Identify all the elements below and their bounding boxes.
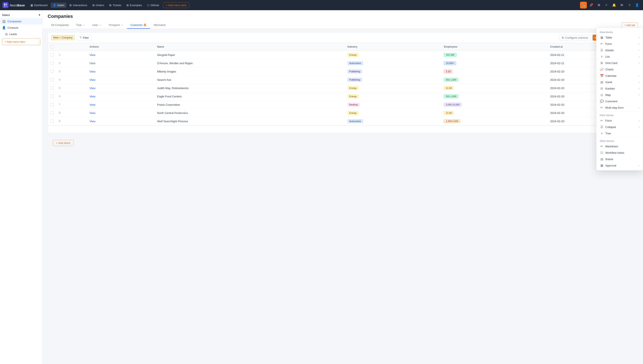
table-header: Actions Name Industry Employees Created …: [48, 43, 638, 51]
dropdown-item-workflow-todos[interactable]: ☑ Workflow todos: [596, 150, 643, 156]
row-employees: 5,000-10,000: [441, 100, 548, 109]
row-checkbox[interactable]: [51, 86, 54, 90]
view-link[interactable]: View: [89, 70, 95, 73]
row-checkbox[interactable]: [51, 70, 54, 73]
row-action[interactable]: View: [87, 76, 154, 84]
row-checkbox[interactable]: [51, 94, 54, 98]
row-action[interactable]: View: [87, 84, 154, 92]
dropdown-item-form[interactable]: ✏ Form ›: [596, 40, 643, 47]
filter-button[interactable]: ⊤ Filter: [77, 35, 92, 40]
nav-users[interactable]: 👤 Users: [51, 2, 67, 8]
nav-interactions[interactable]: ⊞ Interactions: [67, 2, 89, 8]
row-action[interactable]: View: [87, 117, 154, 126]
sidebar-users-group[interactable]: Users ▾: [0, 12, 42, 18]
help-icon-btn[interactable]: ?: [626, 2, 633, 8]
dropdown-item-charts[interactable]: 📈 Charts: [596, 66, 643, 72]
configure-columns-button[interactable]: ⚙ Configure columns: [559, 35, 591, 40]
dropdown-item-multi-step-form[interactable]: ✏ Multi-step form ›: [596, 104, 643, 111]
sidebar-add-menu-button[interactable]: + Add menu item: [2, 38, 40, 45]
mail-icon-btn[interactable]: ✉: [618, 2, 625, 8]
row-action[interactable]: View: [87, 109, 154, 117]
map-chevron-icon: ›: [638, 93, 639, 96]
dropdown-item-approval[interactable]: ▦ Approval ›: [596, 162, 643, 168]
nav-dashboard[interactable]: ▦ Dashboard: [28, 2, 50, 8]
row-checkbox[interactable]: [51, 62, 54, 65]
topnav-add-menu-button[interactable]: + Add menu item: [163, 2, 189, 8]
dropdown-item-table[interactable]: ▦ Table ›: [596, 34, 643, 40]
row-checkbox[interactable]: [51, 120, 54, 123]
settings-icon-btn[interactable]: ⚙: [595, 2, 602, 8]
svg-rect-3: [6, 5, 7, 6]
select-all-checkbox[interactable]: [51, 45, 54, 48]
tickets-icon: ⊞: [109, 4, 112, 7]
nav-github[interactable]: ⬡ GitHub: [145, 2, 161, 8]
add-block-area: + Add block: [48, 136, 638, 150]
plugin-icon-btn[interactable]: 🔧: [580, 2, 587, 8]
view-link[interactable]: View: [89, 62, 95, 65]
row-checkbox[interactable]: [51, 103, 54, 106]
row-action[interactable]: View: [87, 51, 154, 59]
dropdown-item-calendar[interactable]: 📅 Calendar ›: [596, 72, 643, 79]
user-avatar-btn[interactable]: 👤: [634, 2, 640, 8]
check-icon-btn[interactable]: ✓: [603, 2, 610, 8]
row-name: Eagle Food Centers: [155, 92, 345, 100]
dropdown-item-kanban[interactable]: ⊟ Kanban ›: [596, 85, 643, 92]
dropdown-item-form2[interactable]: ✏ Form ›: [596, 117, 643, 124]
view-link[interactable]: View: [89, 103, 95, 106]
bell-icon-btn[interactable]: 🔔: [611, 2, 617, 8]
dropdown-item-markdown[interactable]: ✏ Markdown: [596, 143, 643, 150]
tab-trial[interactable]: Trial →: [73, 22, 88, 29]
dropdown-item-details[interactable]: ☰ Details ›: [596, 47, 643, 53]
tab-all-companies[interactable]: All Companies: [48, 22, 72, 29]
sidebar-item-leads[interactable]: ◎ Leads: [0, 31, 42, 37]
nav-tickets[interactable]: ⊞ Tickets: [107, 2, 123, 8]
tab-user[interactable]: User →: [89, 22, 105, 29]
form-chevron-icon: ›: [638, 42, 639, 45]
tab-customer[interactable]: Customer 🔥: [127, 22, 150, 29]
dropdown-item-comment[interactable]: 💬 Comment: [596, 98, 643, 104]
view-link[interactable]: View: [89, 86, 95, 90]
row-action[interactable]: View: [87, 59, 154, 68]
app-logo[interactable]: NocoBase: [3, 2, 25, 8]
sidebar-item-companies[interactable]: 🏢 Companies: [0, 18, 42, 24]
row-checkbox[interactable]: [51, 78, 54, 82]
row-industry: Automotive: [345, 117, 442, 126]
dropdown-item-tree[interactable]: ≡ Tree: [596, 130, 643, 136]
row-action[interactable]: View: [87, 68, 154, 76]
breadcrumb: Main > Company: [51, 35, 75, 40]
view-link[interactable]: View: [89, 95, 95, 98]
sidebar-collapse-icon: ▾: [39, 14, 40, 16]
row-employees: 101-500: [441, 51, 548, 59]
view-link[interactable]: View: [89, 112, 95, 114]
approval-chevron-icon: ›: [638, 164, 639, 167]
tab-mismatch[interactable]: Mismatch: [150, 22, 169, 29]
orders-icon: ⊞: [92, 4, 95, 7]
comment-dd-icon: 💬: [600, 100, 604, 103]
dropdown-item-list[interactable]: ≡ List ›: [596, 53, 643, 60]
nav-examples[interactable]: ⊞ Examples: [124, 2, 144, 8]
table-footer: Total 9 items: [48, 126, 638, 133]
dropdown-item-iframe[interactable]: ▤ Iframe: [596, 156, 643, 162]
view-link[interactable]: View: [89, 120, 95, 123]
tree-dd-icon: ≡: [600, 132, 604, 135]
row-employees: 501-1,000: [441, 76, 548, 84]
add-tab-button[interactable]: + Add tab: [621, 22, 638, 28]
pin-icon-btn[interactable]: 📌: [588, 2, 594, 8]
row-action[interactable]: View: [87, 100, 154, 109]
dropdown-item-grid-card[interactable]: ⊞ Grid Card ›: [596, 60, 643, 66]
view-link[interactable]: View: [89, 78, 95, 82]
dropdown-item-gantt[interactable]: ▤ Gantt ›: [596, 79, 643, 85]
calendar-chevron-icon: ›: [638, 74, 639, 77]
sidebar-item-contacts[interactable]: 👤 Contacts: [0, 24, 42, 31]
main-content: Companies All Companies Trial → User → P…: [43, 10, 643, 364]
data-table-card: Main > Company ⊤ Filter ⚙ Configure colu…: [48, 32, 638, 133]
row-checkbox[interactable]: [51, 53, 54, 56]
view-link[interactable]: View: [89, 53, 95, 56]
nav-orders[interactable]: ⊞ Orders: [90, 2, 106, 8]
row-action[interactable]: View: [87, 92, 154, 100]
add-block-button[interactable]: + Add block: [53, 140, 74, 146]
dropdown-item-collapse[interactable]: ☰ Collapse ›: [596, 124, 643, 130]
row-checkbox[interactable]: [51, 111, 54, 114]
tab-prospect[interactable]: Prospect →: [105, 22, 127, 29]
dropdown-item-map[interactable]: ◎ Map ›: [596, 92, 643, 98]
